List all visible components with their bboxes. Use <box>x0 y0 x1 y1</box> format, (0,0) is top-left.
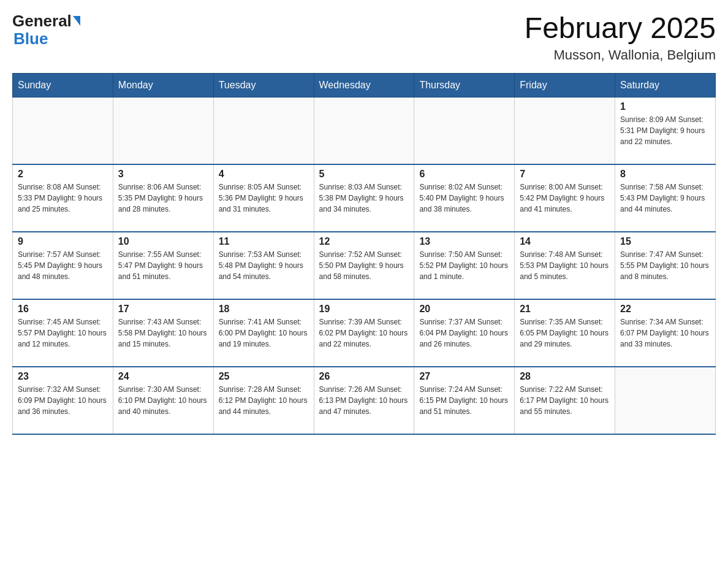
day-info: Sunrise: 7:53 AM Sunset: 5:48 PM Dayligh… <box>219 249 309 282</box>
calendar-cell: 5Sunrise: 8:03 AM Sunset: 5:38 PM Daylig… <box>314 164 414 232</box>
calendar-week-row: 1Sunrise: 8:09 AM Sunset: 5:31 PM Daylig… <box>13 97 716 164</box>
day-number: 2 <box>18 169 108 180</box>
day-number: 12 <box>319 236 409 247</box>
day-info: Sunrise: 7:32 AM Sunset: 6:09 PM Dayligh… <box>18 384 108 417</box>
day-info: Sunrise: 7:39 AM Sunset: 6:02 PM Dayligh… <box>319 316 409 350</box>
day-number: 27 <box>419 371 509 382</box>
calendar-cell: 25Sunrise: 7:28 AM Sunset: 6:12 PM Dayli… <box>213 367 314 434</box>
day-number: 14 <box>520 236 610 247</box>
calendar-cell <box>213 97 314 164</box>
calendar-week-row: 16Sunrise: 7:45 AM Sunset: 5:57 PM Dayli… <box>13 299 716 367</box>
calendar-cell: 15Sunrise: 7:47 AM Sunset: 5:55 PM Dayli… <box>615 232 716 299</box>
day-info: Sunrise: 7:48 AM Sunset: 5:53 PM Dayligh… <box>520 249 610 282</box>
day-info: Sunrise: 7:35 AM Sunset: 6:05 PM Dayligh… <box>520 316 610 350</box>
weekday-header-sunday: Sunday <box>13 73 113 97</box>
weekday-header-monday: Monday <box>113 73 213 97</box>
day-info: Sunrise: 7:58 AM Sunset: 5:43 PM Dayligh… <box>620 182 710 215</box>
logo-triangle-icon <box>73 16 80 26</box>
day-info: Sunrise: 8:09 AM Sunset: 5:31 PM Dayligh… <box>620 114 710 147</box>
calendar-cell: 23Sunrise: 7:32 AM Sunset: 6:09 PM Dayli… <box>13 367 113 434</box>
calendar-cell: 9Sunrise: 7:57 AM Sunset: 5:45 PM Daylig… <box>13 232 113 299</box>
day-info: Sunrise: 7:57 AM Sunset: 5:45 PM Dayligh… <box>18 249 108 282</box>
day-number: 26 <box>319 371 409 382</box>
day-info: Sunrise: 7:52 AM Sunset: 5:50 PM Dayligh… <box>319 249 409 282</box>
calendar-table: SundayMondayTuesdayWednesdayThursdayFrid… <box>12 73 716 435</box>
day-number: 6 <box>419 169 509 180</box>
day-number: 16 <box>18 304 108 315</box>
day-info: Sunrise: 7:43 AM Sunset: 5:58 PM Dayligh… <box>118 316 208 350</box>
day-number: 8 <box>620 169 710 180</box>
day-number: 22 <box>620 304 710 315</box>
day-info: Sunrise: 7:24 AM Sunset: 6:15 PM Dayligh… <box>419 384 509 417</box>
day-info: Sunrise: 7:26 AM Sunset: 6:13 PM Dayligh… <box>319 384 409 417</box>
calendar-cell: 2Sunrise: 8:08 AM Sunset: 5:33 PM Daylig… <box>13 164 113 232</box>
weekday-header-friday: Friday <box>515 73 615 97</box>
day-number: 1 <box>620 101 710 112</box>
day-number: 21 <box>520 304 610 315</box>
day-number: 3 <box>118 169 208 180</box>
calendar-cell: 1Sunrise: 8:09 AM Sunset: 5:31 PM Daylig… <box>615 97 716 164</box>
weekday-header-thursday: Thursday <box>414 73 515 97</box>
day-number: 10 <box>118 236 208 247</box>
day-info: Sunrise: 7:34 AM Sunset: 6:07 PM Dayligh… <box>620 316 710 350</box>
day-number: 13 <box>419 236 509 247</box>
day-number: 9 <box>18 236 108 247</box>
page-subtitle: Musson, Wallonia, Belgium <box>525 47 716 63</box>
calendar-cell: 28Sunrise: 7:22 AM Sunset: 6:17 PM Dayli… <box>515 367 615 434</box>
weekday-header-row: SundayMondayTuesdayWednesdayThursdayFrid… <box>13 73 716 97</box>
title-block: February 2025 Musson, Wallonia, Belgium <box>525 12 716 63</box>
page-header: General Blue February 2025 Musson, Wallo… <box>12 12 716 63</box>
calendar-cell: 10Sunrise: 7:55 AM Sunset: 5:47 PM Dayli… <box>113 232 213 299</box>
day-number: 28 <box>520 371 610 382</box>
day-number: 19 <box>319 304 409 315</box>
day-info: Sunrise: 7:45 AM Sunset: 5:57 PM Dayligh… <box>18 316 108 350</box>
calendar-cell: 21Sunrise: 7:35 AM Sunset: 6:05 PM Dayli… <box>515 299 615 367</box>
calendar-cell: 8Sunrise: 7:58 AM Sunset: 5:43 PM Daylig… <box>615 164 716 232</box>
calendar-cell: 12Sunrise: 7:52 AM Sunset: 5:50 PM Dayli… <box>314 232 414 299</box>
weekday-header-saturday: Saturday <box>615 73 716 97</box>
calendar-cell <box>414 97 515 164</box>
calendar-cell: 19Sunrise: 7:39 AM Sunset: 6:02 PM Dayli… <box>314 299 414 367</box>
calendar-cell: 11Sunrise: 7:53 AM Sunset: 5:48 PM Dayli… <box>213 232 314 299</box>
calendar-cell: 7Sunrise: 8:00 AM Sunset: 5:42 PM Daylig… <box>515 164 615 232</box>
day-info: Sunrise: 7:28 AM Sunset: 6:12 PM Dayligh… <box>219 384 309 417</box>
calendar-cell <box>515 97 615 164</box>
calendar-cell: 17Sunrise: 7:43 AM Sunset: 5:58 PM Dayli… <box>113 299 213 367</box>
weekday-header-wednesday: Wednesday <box>314 73 414 97</box>
day-info: Sunrise: 7:41 AM Sunset: 6:00 PM Dayligh… <box>219 316 309 350</box>
calendar-cell: 4Sunrise: 8:05 AM Sunset: 5:36 PM Daylig… <box>213 164 314 232</box>
calendar-cell <box>13 97 113 164</box>
calendar-cell: 3Sunrise: 8:06 AM Sunset: 5:35 PM Daylig… <box>113 164 213 232</box>
calendar-cell <box>314 97 414 164</box>
day-info: Sunrise: 7:22 AM Sunset: 6:17 PM Dayligh… <box>520 384 610 417</box>
calendar-cell: 14Sunrise: 7:48 AM Sunset: 5:53 PM Dayli… <box>515 232 615 299</box>
day-number: 18 <box>219 304 309 315</box>
calendar-cell: 27Sunrise: 7:24 AM Sunset: 6:15 PM Dayli… <box>414 367 515 434</box>
page-title: February 2025 <box>525 12 716 45</box>
day-number: 4 <box>219 169 309 180</box>
logo: General Blue <box>12 12 80 47</box>
calendar-cell: 22Sunrise: 7:34 AM Sunset: 6:07 PM Dayli… <box>615 299 716 367</box>
day-info: Sunrise: 7:30 AM Sunset: 6:10 PM Dayligh… <box>118 384 208 417</box>
calendar-cell: 6Sunrise: 8:02 AM Sunset: 5:40 PM Daylig… <box>414 164 515 232</box>
day-number: 7 <box>520 169 610 180</box>
logo-general: General <box>12 12 72 30</box>
calendar-cell: 20Sunrise: 7:37 AM Sunset: 6:04 PM Dayli… <box>414 299 515 367</box>
calendar-cell: 13Sunrise: 7:50 AM Sunset: 5:52 PM Dayli… <box>414 232 515 299</box>
day-info: Sunrise: 8:03 AM Sunset: 5:38 PM Dayligh… <box>319 182 409 215</box>
day-number: 25 <box>219 371 309 382</box>
calendar-cell <box>113 97 213 164</box>
day-number: 11 <box>219 236 309 247</box>
calendar-cell: 24Sunrise: 7:30 AM Sunset: 6:10 PM Dayli… <box>113 367 213 434</box>
day-info: Sunrise: 8:00 AM Sunset: 5:42 PM Dayligh… <box>520 182 610 215</box>
logo-blue: Blue <box>13 30 48 48</box>
day-number: 15 <box>620 236 710 247</box>
weekday-header-tuesday: Tuesday <box>213 73 314 97</box>
day-info: Sunrise: 7:55 AM Sunset: 5:47 PM Dayligh… <box>118 249 208 282</box>
day-info: Sunrise: 8:06 AM Sunset: 5:35 PM Dayligh… <box>118 182 208 215</box>
day-info: Sunrise: 7:50 AM Sunset: 5:52 PM Dayligh… <box>419 249 509 282</box>
calendar-cell: 26Sunrise: 7:26 AM Sunset: 6:13 PM Dayli… <box>314 367 414 434</box>
calendar-cell: 16Sunrise: 7:45 AM Sunset: 5:57 PM Dayli… <box>13 299 113 367</box>
calendar-cell <box>615 367 716 434</box>
day-info: Sunrise: 8:05 AM Sunset: 5:36 PM Dayligh… <box>219 182 309 215</box>
